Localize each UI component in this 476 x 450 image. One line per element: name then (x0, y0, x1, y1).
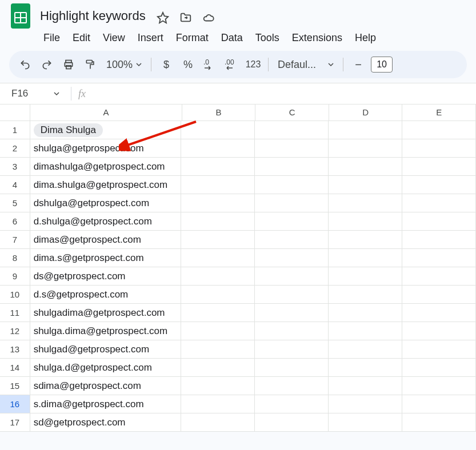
cell[interactable] (255, 413, 329, 431)
row-header[interactable]: 7 (0, 231, 30, 248)
cell[interactable] (181, 139, 255, 157)
spreadsheet-grid[interactable]: A B C D E 1Dima Shulga2shulga@getprospec… (0, 105, 476, 432)
star-icon[interactable] (156, 11, 170, 25)
table-row[interactable]: 15sdima@getprospect.com (0, 377, 476, 395)
cell[interactable] (255, 121, 329, 139)
document-title[interactable]: Highlight keywords (37, 7, 149, 25)
undo-button[interactable] (16, 55, 34, 74)
cell[interactable]: dimas@getprospect.com (30, 231, 181, 248)
cell[interactable]: dimashulga@getprospect.com (30, 158, 181, 175)
cell[interactable] (329, 158, 402, 175)
cell[interactable] (181, 413, 255, 431)
row-header[interactable]: 8 (0, 249, 30, 267)
cell[interactable] (181, 395, 255, 413)
table-row[interactable]: 2shulga@getprospect.com (0, 139, 476, 158)
sheets-logo[interactable] (9, 5, 32, 27)
cell[interactable]: shulga@getprospect.com (30, 139, 181, 157)
row-header[interactable]: 2 (0, 139, 30, 157)
table-row[interactable]: 6d.shulga@getprospect.com (0, 212, 476, 231)
cell[interactable] (181, 377, 255, 395)
menu-data[interactable]: Data (215, 30, 249, 46)
row-header[interactable]: 17 (0, 413, 30, 431)
column-header-a[interactable]: A (30, 105, 182, 120)
cell[interactable] (181, 267, 255, 285)
cell[interactable]: dima.s@getprospect.com (30, 249, 181, 267)
cell[interactable] (181, 158, 255, 175)
cell[interactable]: shulgadima@getprospect.com (30, 304, 181, 322)
select-all-corner[interactable] (0, 105, 30, 120)
cell[interactable] (402, 267, 476, 285)
cell[interactable] (181, 231, 255, 248)
table-row[interactable]: 7dimas@getprospect.com (0, 231, 476, 249)
menu-extensions[interactable]: Extensions (286, 30, 348, 46)
cell[interactable] (255, 395, 329, 413)
cell[interactable] (181, 176, 255, 194)
column-header-b[interactable]: B (182, 105, 256, 120)
table-row[interactable]: 3dimashulga@getprospect.com (0, 158, 476, 176)
cell[interactable] (181, 249, 255, 267)
table-row[interactable]: 4dima.shulga@getprospect.com (0, 176, 476, 194)
row-header[interactable]: 9 (0, 267, 30, 285)
table-row[interactable]: 16s.dima@getprospect.com (0, 395, 476, 413)
cell[interactable] (402, 340, 476, 358)
cell[interactable]: ds@getprospect.com (30, 267, 181, 285)
table-row[interactable]: 1Dima Shulga (0, 121, 476, 139)
row-header[interactable]: 10 (0, 286, 30, 303)
cell[interactable] (329, 413, 402, 431)
currency-button[interactable]: $ (157, 55, 175, 74)
menu-tools[interactable]: Tools (250, 30, 285, 46)
font-size-input[interactable]: 10 (371, 57, 393, 73)
cell[interactable] (181, 212, 255, 230)
increase-decimal-button[interactable]: .00 (222, 55, 241, 74)
row-header[interactable]: 11 (0, 304, 30, 322)
cell[interactable] (402, 286, 476, 303)
cell[interactable] (329, 249, 402, 267)
move-folder-icon[interactable] (179, 11, 193, 25)
cell[interactable] (181, 340, 255, 358)
cell[interactable] (255, 249, 329, 267)
cell[interactable] (181, 304, 255, 322)
cell[interactable] (255, 267, 329, 285)
cell[interactable] (255, 158, 329, 175)
cell[interactable]: sd@getprospect.com (30, 413, 181, 431)
table-row[interactable]: 13shulgad@getprospect.com (0, 340, 476, 359)
percent-button[interactable]: % (179, 55, 197, 74)
cell[interactable] (181, 359, 255, 376)
cell[interactable] (255, 176, 329, 194)
menu-format[interactable]: Format (170, 30, 214, 46)
table-row[interactable]: 8dima.s@getprospect.com (0, 249, 476, 267)
cell[interactable] (329, 359, 402, 376)
cell[interactable] (255, 286, 329, 303)
row-header[interactable]: 16 (0, 395, 30, 413)
cell[interactable] (402, 304, 476, 322)
cell[interactable] (329, 121, 402, 139)
cell[interactable] (329, 395, 402, 413)
redo-button[interactable] (38, 55, 56, 74)
cell[interactable] (402, 377, 476, 395)
cell[interactable] (402, 176, 476, 194)
table-row[interactable]: 17sd@getprospect.com (0, 413, 476, 432)
cell[interactable]: Dima Shulga (30, 121, 181, 139)
row-header[interactable]: 15 (0, 377, 30, 395)
cell[interactable] (402, 139, 476, 157)
cell[interactable] (181, 322, 255, 340)
menu-view[interactable]: View (97, 30, 131, 46)
table-row[interactable]: 5dshulga@getprospect.com (0, 194, 476, 212)
font-select[interactable]: Defaul... (274, 59, 337, 71)
cell[interactable] (255, 377, 329, 395)
cell[interactable] (329, 194, 402, 212)
cell[interactable] (329, 176, 402, 194)
cell[interactable] (402, 231, 476, 248)
cell[interactable]: dima.shulga@getprospect.com (30, 176, 181, 194)
cell[interactable]: d.s@getprospect.com (30, 286, 181, 303)
cell[interactable]: s.dima@getprospect.com (30, 395, 181, 413)
cell[interactable] (402, 322, 476, 340)
print-button[interactable] (59, 55, 78, 74)
row-header[interactable]: 4 (0, 176, 30, 194)
cell[interactable] (329, 304, 402, 322)
cell[interactable]: dshulga@getprospect.com (30, 194, 181, 212)
cell[interactable] (255, 212, 329, 230)
name-box[interactable]: F16 (7, 88, 64, 99)
cell[interactable]: shulga.d@getprospect.com (30, 359, 181, 376)
column-header-c[interactable]: C (255, 105, 329, 120)
